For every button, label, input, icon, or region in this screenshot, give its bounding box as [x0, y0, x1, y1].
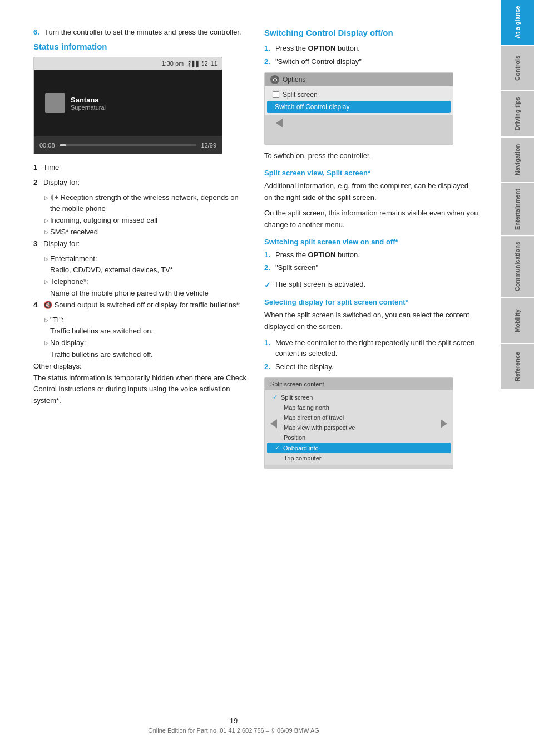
item-2: 2 Display for: — [33, 177, 248, 189]
left-arrow-icon — [270, 419, 277, 428]
intro-step: 6. Turn the controller to set the minute… — [33, 28, 248, 36]
split-screen-desc2: On the split screen, this information re… — [264, 208, 478, 231]
item-2-sub-3: SMS* received — [44, 227, 248, 238]
split-check-1: ✓ — [273, 394, 278, 401]
other-displays-text: Other displays:The status information is… — [33, 361, 248, 407]
item-4: 4 🔇 Sound output is switched off or disp… — [33, 300, 248, 311]
screen-inner: Santana Supernatural — [34, 70, 222, 136]
options-item-split-screen: Split screen — [265, 89, 453, 101]
main-step-1: 1. Press the OPTION button. — [264, 43, 478, 54]
selecting-display-title: Selecting display for split screen conte… — [264, 298, 478, 306]
screen-num-3: 3 — [187, 61, 191, 69]
sidebar-tab-reference[interactable]: Reference — [501, 344, 534, 389]
right-column: Switching Control Display off/on 1. Pres… — [264, 28, 478, 475]
footer-text: Online Edition for Part no. 01 41 2 602 … — [0, 727, 467, 734]
option-bold: OPTION — [308, 44, 336, 52]
ws-step-1-num: 1. — [264, 249, 272, 261]
item-3-num: 3 — [33, 239, 37, 248]
item-2-sub-1: ⦗⌖️ Reception strength of the wireless n… — [44, 192, 248, 215]
step-2-text: "Switch off Control display" — [275, 56, 362, 67]
sidebar-tab-at-a-glance[interactable]: At a glance — [501, 0, 534, 45]
sidebar-tab-communications[interactable]: Communications — [501, 236, 534, 297]
split-screen-label: Split screen — [283, 91, 318, 99]
option-bold-2: OPTION — [308, 251, 336, 259]
status-section-title: Status information — [33, 42, 248, 51]
split-screen-desc: Additional information, e.g. from the co… — [264, 180, 478, 204]
step-2-num: 2. — [264, 56, 272, 67]
sidebar-tab-entertainment[interactable]: Entertainment — [501, 183, 534, 235]
item-3-sub-1: Entertainment:Radio, CD/DVD, external de… — [44, 253, 248, 277]
screen-num-1: 1 — [159, 61, 163, 69]
options-title-text: Options — [283, 76, 305, 84]
page-number: 19 — [0, 716, 467, 725]
sidebar: At a glance Controls Driving tips Naviga… — [501, 0, 534, 756]
right-arrow-icon — [441, 419, 447, 428]
main-step-2: 2. "Switch off Control display" — [264, 56, 478, 67]
ws-step-1-text: Press the OPTION button. — [275, 249, 360, 261]
item-3-label: Display for: — [39, 239, 80, 248]
album-name: Supernatural — [71, 104, 106, 111]
status-screen: 1 2 3 4 1:30 pm ▐▐▐ 12 11 — [33, 57, 222, 154]
item-3-sub-2: Telephone*:Name of the mobile phone pair… — [44, 276, 248, 300]
left-column: 6. Turn the controller to set the minute… — [33, 28, 248, 475]
main-title: Switching Control Display off/on — [264, 28, 478, 37]
selecting-step-1: 1. Move the controller to the right repe… — [264, 337, 478, 359]
item-1: 1 Time — [33, 162, 248, 174]
item-1-num: 1 — [33, 163, 37, 171]
track-time: 00:08 — [39, 142, 55, 149]
sd-step-2-num: 2. — [264, 361, 272, 372]
screen-bottom: 00:08 12/99 — [34, 136, 222, 154]
item-2-label: Display for: — [39, 178, 80, 186]
split-content-screenshot: Split screen content ✓ Split screen Map … — [264, 377, 453, 469]
switching-split-title: Switching split screen view on and off* — [264, 238, 478, 246]
sd-step-1-num: 1. — [264, 337, 272, 359]
item-4-sub-2: No display:Traffic bulletins are switche… — [44, 337, 248, 361]
split-item-onboard[interactable]: ✓ Onboard info — [267, 443, 451, 453]
split-item-position: Position — [265, 433, 453, 443]
intro-step-num: 6. — [33, 28, 41, 36]
sidebar-tab-navigation[interactable]: Navigation — [501, 138, 534, 182]
ws-step-2-text: "Split screen" — [275, 262, 318, 273]
step-1-num: 1. — [264, 43, 272, 54]
sidebar-tab-controls[interactable]: Controls — [501, 46, 534, 90]
intro-step-text: Turn the controller to set the minutes a… — [44, 28, 241, 36]
item-4-sub-1: "TI":Traffic bulletins are switched on. — [44, 315, 248, 338]
track-name: Santana — [71, 96, 106, 104]
sidebar-tab-mobility[interactable]: Mobility — [501, 298, 534, 343]
checkmark-icon: ✓ — [264, 279, 271, 291]
split-item-map-persp: Map view with perspective — [265, 423, 453, 433]
sd-step-1-text: Move the controller to the right repeate… — [275, 337, 478, 359]
options-item-switch-off[interactable]: Switch off Control display — [267, 101, 451, 113]
sidebar-tab-driving-tips[interactable]: Driving tips — [501, 91, 534, 136]
track-num: 12/99 — [201, 142, 216, 149]
footer: 19 Online Edition for Part no. 01 41 2 6… — [0, 716, 467, 734]
screen-num-4: 4 — [201, 61, 205, 69]
item-3-subitems: Entertainment:Radio, CD/DVD, external de… — [44, 253, 248, 300]
split-item-map-north: Map facing north — [265, 402, 453, 413]
split-check-onboard: ✓ — [275, 444, 280, 451]
main-steps: 1. Press the OPTION button. 2. "Switch o… — [264, 43, 478, 67]
item-4-num: 4 — [33, 301, 37, 309]
split-item-split-screen: ✓ Split screen — [265, 392, 453, 402]
options-gear-icon: ⚙ — [270, 75, 279, 84]
selecting-display-steps: 1. Move the controller to the right repe… — [264, 337, 478, 372]
options-screenshot: ⚙ Options Split screen Switch off Contro… — [264, 72, 453, 145]
pointer-arrow — [276, 119, 283, 127]
split-content-title-text: Split screen content — [270, 381, 324, 387]
switching-step-1: 1. Press the OPTION button. — [264, 249, 478, 261]
split-item-map-dir: Map direction of travel — [265, 413, 453, 423]
split-content-title-bar: Split screen content — [265, 378, 453, 390]
step-1-text: Press the OPTION button. — [275, 43, 360, 54]
checkmark-note: ✓ The split screen is activated. — [264, 279, 478, 291]
switch-on-text: To switch on, press the controller. — [264, 150, 478, 162]
options-title-bar: ⚙ Options — [265, 73, 453, 86]
item-4-subitems: "TI":Traffic bulletins are switched on. … — [44, 315, 248, 361]
split-content-items: ✓ Split screen Map facing north Map dire… — [265, 390, 453, 465]
options-items-list: Split screen Switch off Control display — [265, 86, 453, 115]
selecting-display-desc: When the split screen is switched on, yo… — [264, 310, 478, 333]
selecting-step-2: 2. Select the display. — [264, 361, 478, 372]
split-screen-checkbox — [273, 91, 279, 98]
switch-off-label: Switch off Control display — [275, 103, 350, 111]
item-2-sub-2: Incoming, outgoing or missed call — [44, 215, 248, 227]
item-2-num: 2 — [33, 178, 37, 186]
